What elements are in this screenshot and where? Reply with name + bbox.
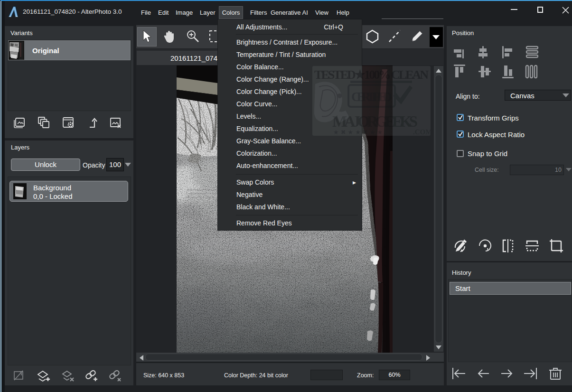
- svg-text:.COM: .COM: [413, 128, 431, 136]
- svg-text:CERTIFIED: CERTIFIED: [351, 90, 392, 104]
- svg-text:★✖★★✖★★: ★✖★★✖★★: [333, 129, 384, 136]
- svg-text:TESTED★100% CLEAN: TESTED★100% CLEAN: [314, 68, 429, 82]
